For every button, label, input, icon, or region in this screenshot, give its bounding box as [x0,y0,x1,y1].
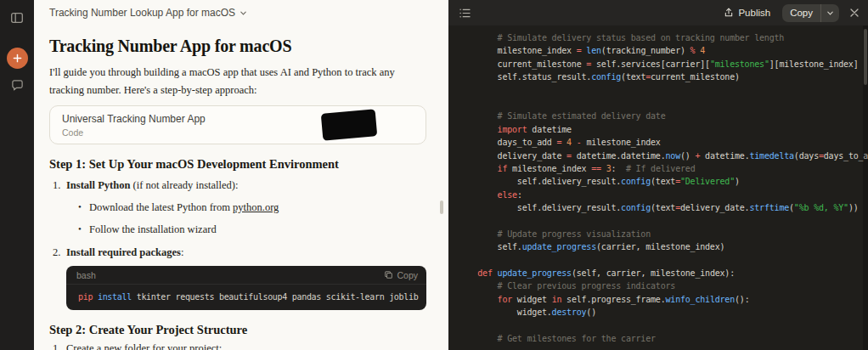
list-item-text: Download the latest Python from python.o… [89,200,279,216]
list-number: 2. [53,245,66,261]
sidebar-panel-icon [10,11,24,25]
code-token: self.delivery_result. [458,177,621,186]
publish-button[interactable]: Publish [724,8,770,18]
sidebar-toggle-button[interactable] [6,7,28,29]
sidebar [0,0,34,350]
code-token: datetime. [700,151,749,161]
copy-button[interactable]: Copy [782,4,820,22]
code-token: if [498,164,508,173]
code-token: (carrier, milestone_index) [596,242,724,251]
code-line: def update_progress(self, carrier, miles… [458,267,868,279]
list-number: 1. [53,341,66,350]
artifact-panel: Publish Copy # Simulate delivery status … [448,0,868,350]
python-org-link[interactable]: python.org [233,201,279,213]
code-token: ][milestone_index] [769,59,859,69]
code-token: # If delivered [626,164,696,173]
code-token: "Delivered" [680,177,735,186]
chevron-down-icon [240,9,247,17]
artifact-code: # Simulate delivery status based on trac… [448,25,868,350]
artifact-card-text: Universal Tracking Number App Code [62,113,206,138]
code-token: else [498,190,517,200]
conversation-title: Tracking Number Lookup App for macOS [49,7,235,19]
list-item-rest: (if not already installed): [130,179,238,191]
code-line: # Update progress visualization [458,228,868,240]
code-token: : [612,164,626,173]
list-item-text: Install Python (if not already installed… [66,178,238,194]
code-line: # Get milestones for the carrier [458,332,868,345]
code-token: (days [794,151,819,161]
chat-scrollbar-thumb[interactable] [440,200,443,214]
publish-label: Publish [738,8,770,18]
share-icon [724,8,734,18]
code-token: now [665,151,679,161]
list-number: 1. [53,178,66,194]
code-line: if milestone_index == 3: # If delivered [458,162,868,175]
conversation-title-dropdown[interactable]: Tracking Number Lookup App for macOS [49,7,247,19]
code-line: days_to_add = 4 - milestone_index [458,136,868,149]
list-item-text: Create a new folder for your project: [66,341,222,350]
bash-code-line: pip install tkinter requests beautifulso… [66,285,426,310]
bullet-marker: • [78,222,89,238]
code-token: milestone_index [582,138,661,147]
code-token: timedelta [749,151,793,161]
list-item: • Download the latest Python from python… [78,200,426,216]
code-token: == [591,164,601,173]
close-artifact-button[interactable] [849,8,860,18]
code-token: days_to_add) [824,151,868,161]
code-line: self.status_result.config(text=current_m… [458,71,868,83]
artifact-card-title: Universal Tracking Number App [62,113,206,125]
chevron-down-icon [826,9,834,17]
code-line: self.update_progress(carrier, milestone_… [458,240,868,253]
code-line: self.delivery_result.config(text="Delive… [458,175,868,188]
code-token: widget [512,295,552,304]
copy-options-button[interactable] [820,4,839,22]
code-token: winfo_children [666,295,736,304]
code-token: # Simulate delivery status based on trac… [458,33,784,42]
new-chat-button[interactable] [7,48,28,69]
code-token: destroy [552,308,587,317]
code-token: # Simulate estimated delivery date [458,111,665,121]
chat-topbar: Tracking Number Lookup App for macOS [34,0,448,25]
copy-code-label: Copy [397,270,418,280]
plus-icon [13,54,22,63]
code-token: datetime [527,125,572,134]
artifact-outline-button[interactable] [459,8,471,19]
list-item: 1. Create a new folder for your project: [49,341,426,350]
list-item-bold: Install Python [66,179,130,191]
bash-code-block: bash Copy pip install tkinter requests b… [66,266,426,310]
list-icon [459,8,471,19]
copy-split-button: Copy [782,4,839,22]
artifact-card[interactable]: Universal Tracking Number App Code [49,105,426,144]
code-token: config [621,177,651,186]
chat-content: Tracking Number App for macOS I'll guide… [34,36,448,350]
code-token: self. [458,242,522,251]
close-icon [849,8,860,18]
code-line: # Simulate delivery status based on trac… [458,31,868,44]
list-item-text: Install required packages: [66,245,183,261]
code-token: for [498,295,512,304]
code-token: current_milestone) [651,72,740,82]
code-token: update_progress [522,242,596,251]
code-line: self.delivery_result.config(text=deliver… [458,201,868,214]
artifact-card-subtitle: Code [62,127,206,138]
code-token [458,190,498,200]
list-item: 1. Install Python (if not already instal… [49,178,426,194]
code-token: self.services[carrier][ [591,59,710,69]
code-token: pip [78,292,93,302]
message-heading: Tracking Number App for macOS [49,36,426,57]
code-line [458,84,868,97]
bullet1-text: Download the latest Python from [89,201,233,213]
code-token: config [621,203,651,212]
code-line: milestone_index = len(tracking_number) %… [458,44,868,57]
chats-button[interactable] [6,74,28,96]
artifact-scrollbar-thumb[interactable] [864,29,867,85]
code-line: delivery_date = datetime.datetime.now() … [458,150,868,162]
code-token: (): [735,295,749,304]
list-item-rest: : [181,246,183,258]
copy-code-button[interactable]: Copy [384,270,418,280]
code-token: milestone_index [507,164,591,173]
code-token: def [477,268,492,278]
code-token: config [591,72,621,82]
code-token: ) [735,177,740,186]
code-line: # Simulate estimated delivery date [458,110,868,122]
